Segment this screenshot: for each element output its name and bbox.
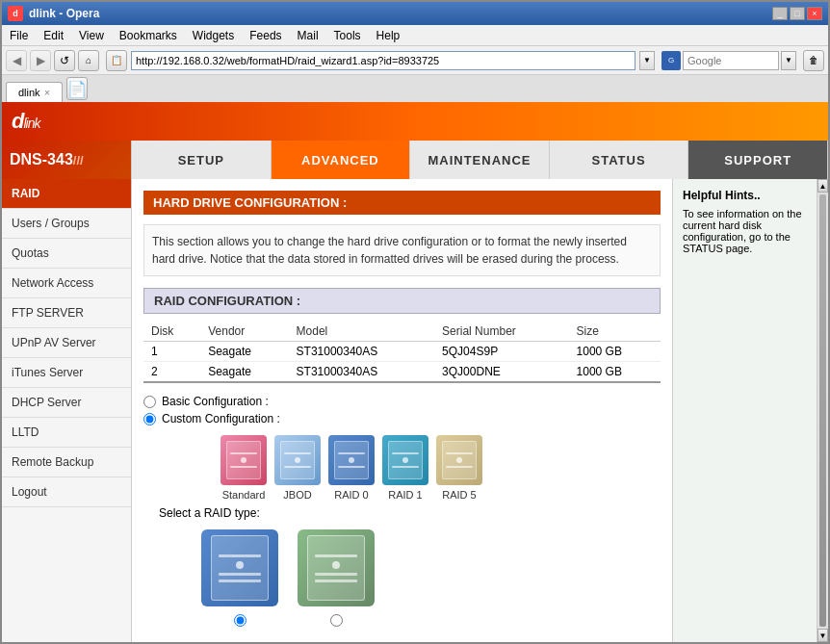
scrollbar-up[interactable]: ▲: [817, 179, 828, 193]
scrollbar-thumb[interactable]: [819, 194, 826, 627]
table-cell: 1000 GB: [569, 342, 661, 362]
col-vendor: Vendor: [200, 322, 288, 342]
new-tab-button-2[interactable]: 📄: [66, 77, 88, 100]
sidebar-item-quotas[interactable]: Quotas: [2, 239, 131, 269]
sidebar-item-ftp-server[interactable]: FTP SERVER: [2, 298, 131, 328]
menu-file[interactable]: File: [2, 27, 36, 44]
menu-tools[interactable]: Tools: [326, 27, 369, 44]
table-row: 2SeagateST31000340AS3QJ00DNE1000 GB: [143, 362, 661, 383]
close-button[interactable]: ×: [807, 7, 822, 20]
sidebar-item-raid[interactable]: RAID: [2, 179, 131, 209]
section-description: This section allows you to change the ha…: [143, 224, 661, 276]
table-cell: Seagate: [200, 342, 288, 362]
raid-icon-raid0[interactable]: RAID 0: [328, 435, 375, 501]
tab-close-icon[interactable]: ×: [44, 87, 50, 98]
sidebar-item-itunes-server[interactable]: iTunes Server: [2, 358, 131, 388]
hdd-icon-jbod: [274, 435, 321, 485]
table-cell: 2: [143, 362, 200, 383]
sidebar-item-dhcp-server[interactable]: DHCP Server: [2, 388, 131, 418]
back-button[interactable]: ◀: [6, 50, 27, 71]
app-icon: d: [8, 6, 23, 21]
col-model: Model: [289, 322, 435, 342]
scrollbar[interactable]: ▲ ▼: [817, 179, 828, 642]
raid-icon-raid1[interactable]: RAID 1: [382, 435, 428, 501]
menu-bar: File Edit View Bookmarks Widgets Feeds M…: [2, 25, 828, 46]
menu-help[interactable]: Help: [369, 27, 408, 44]
nav-tab-maintenance[interactable]: MAINTENANCE: [410, 141, 550, 179]
maximize-button[interactable]: □: [790, 7, 805, 20]
hdd-icon-raid5: [436, 435, 482, 485]
raid-select-radio-2[interactable]: [330, 614, 343, 627]
label-standard: Standard: [222, 489, 266, 501]
nav-tab-status[interactable]: STATUS: [550, 141, 689, 179]
radio-custom[interactable]: Custom Configuration :: [143, 412, 661, 425]
search-engine-icon[interactable]: G: [661, 51, 681, 70]
button-row: Back Next: [143, 636, 661, 642]
help-panel: Helpful Hints.. To see information on th…: [672, 179, 817, 642]
minimize-button[interactable]: _: [772, 7, 788, 20]
radio-custom-input[interactable]: [143, 413, 156, 425]
nav-tab-support[interactable]: SUPPORT: [688, 141, 828, 179]
raid-config-title: RAID CONFIGURATION :: [143, 288, 661, 314]
device-model: DNS-343///: [10, 151, 84, 168]
raid-select-option-2[interactable]: [298, 529, 375, 627]
label-raid0: RAID 0: [334, 489, 368, 501]
menu-feeds[interactable]: Feeds: [242, 27, 289, 44]
raid-icon-standard[interactable]: Standard: [220, 435, 267, 501]
label-jbod: JBOD: [283, 489, 311, 501]
browser-tab-dlink[interactable]: dlink ×: [6, 82, 63, 102]
col-size: Size: [569, 322, 661, 342]
window-controls[interactable]: _ □ ×: [772, 7, 822, 20]
search-input[interactable]: [683, 51, 779, 70]
table-cell: 5QJ04S9P: [434, 342, 568, 362]
table-cell: 1: [143, 342, 200, 362]
sidebar-item-users-groups[interactable]: Users / Groups: [2, 209, 131, 239]
hdd-icon-raid1: [382, 435, 428, 485]
toolbar: ◀ ▶ ↺ ⌂ 📋 ▼ G ▼ 🗑: [2, 46, 828, 75]
table-cell: ST31000340AS: [289, 342, 435, 362]
new-tab-button[interactable]: 📋: [106, 50, 127, 71]
col-disk: Disk: [143, 322, 200, 342]
menu-bookmarks[interactable]: Bookmarks: [112, 27, 185, 44]
forward-button[interactable]: ▶: [30, 50, 51, 71]
main-section: HARD DRIVE CONFIGURATION : This section …: [132, 179, 672, 642]
sidebar-item-logout[interactable]: Logout: [2, 477, 131, 507]
home-button[interactable]: ⌂: [78, 50, 99, 71]
sidebar-item-lltd[interactable]: LLTD: [2, 418, 131, 448]
sidebar-item-remote-backup[interactable]: Remote Backup: [2, 448, 131, 477]
hdd-icon-raid0: [328, 435, 375, 485]
menu-mail[interactable]: Mail: [290, 27, 326, 44]
reload-button[interactable]: ↺: [54, 50, 75, 71]
table-row: 1SeagateST31000340AS5QJ04S9P1000 GB: [143, 342, 661, 362]
address-dropdown[interactable]: ▼: [639, 51, 655, 70]
sidebar-item-upnp-av[interactable]: UPnP AV Server: [2, 328, 131, 358]
nav-tab-advanced[interactable]: ADVANCED: [272, 141, 411, 179]
scrollbar-down[interactable]: ▼: [817, 629, 828, 642]
nav-tab-setup[interactable]: SETUP: [132, 141, 272, 179]
raid-icon-raid5[interactable]: RAID 5: [436, 435, 482, 501]
help-title: Helpful Hints..: [683, 189, 807, 202]
address-bar: 📋 ▼: [106, 50, 655, 71]
window-title: dlink - Opera: [29, 7, 99, 20]
table-cell: ST31000340AS: [289, 362, 435, 383]
hdd-icon-standard: [220, 435, 267, 485]
address-input[interactable]: [131, 51, 635, 70]
title-bar: d dlink - Opera _ □ ×: [2, 2, 828, 25]
trash-button[interactable]: 🗑: [803, 50, 824, 71]
table-cell: 1000 GB: [569, 362, 661, 383]
radio-basic[interactable]: Basic Configuration :: [143, 395, 661, 408]
raid-select-row: [201, 529, 661, 627]
menu-widgets[interactable]: Widgets: [185, 27, 242, 44]
raid-icon-jbod[interactable]: JBOD: [274, 435, 321, 501]
menu-view[interactable]: View: [71, 27, 112, 44]
sidebar-item-network-access[interactable]: Network Access: [2, 269, 131, 298]
search-dropdown[interactable]: ▼: [781, 51, 796, 70]
raid-type-icons: Standard JBOD: [220, 435, 661, 501]
menu-edit[interactable]: Edit: [36, 27, 71, 44]
radio-basic-input[interactable]: [143, 396, 156, 408]
hdd-large-2: [298, 529, 375, 606]
raid-select-radio-1[interactable]: [234, 614, 246, 627]
search-bar: G ▼: [661, 51, 796, 70]
raid-select-option-1[interactable]: [201, 529, 278, 627]
section-title: HARD DRIVE CONFIGURATION :: [143, 191, 661, 215]
